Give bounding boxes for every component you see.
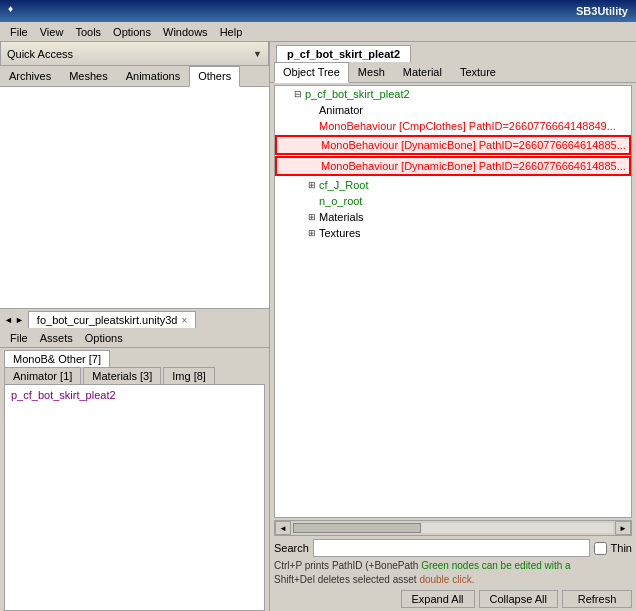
right-header-tab-item[interactable]: p_cf_bot_skirt_pleat2 [276,45,411,62]
right-header-tab: p_cf_bot_skirt_pleat2 [270,42,636,62]
hint-line2: Shift+Del deletes selected asset [274,574,417,585]
collapse-all-button[interactable]: Collapse All [479,590,558,608]
obj-tab-mesh[interactable]: Mesh [349,62,394,82]
tree-label-cmpclothes: MonoBehaviour [CmpClothes] PathID=266077… [319,120,616,132]
thin-checkbox[interactable] [594,542,607,555]
tree-label-db1: MonoBehaviour [DynamicBone] PathID=26607… [321,139,626,151]
scroll-track[interactable] [293,523,613,533]
file-tab-arrows: ◄ ► [4,315,24,325]
tab-meshes[interactable]: Meshes [60,66,117,86]
file-tab[interactable]: fo_bot_cur_pleatskirt.unity3d × [28,311,197,328]
tree-label-materials: Materials [319,211,364,223]
tree-area[interactable]: ⊟ p_cf_bot_skirt_pleat2 Animator MonoBeh… [274,85,632,518]
next-tab-icon[interactable]: ► [15,315,24,325]
object-tree-tabs: Object Tree Mesh Material Texture [270,62,636,83]
search-label: Search [274,542,309,554]
expand-all-button[interactable]: Expand All [401,590,475,608]
menu-bar: File View Tools Options Windows Help [0,22,636,42]
app-title: SB3Utility [576,5,628,17]
tab-archives[interactable]: Archives [0,66,60,86]
search-row: Search Thin [274,539,632,557]
quick-access-dropdown-icon[interactable]: ▼ [253,49,262,59]
file-tab-bar: ◄ ► fo_bot_cur_pleatskirt.unity3d × [0,308,269,328]
menu-windows[interactable]: Windows [157,24,214,40]
file-tab-label: fo_bot_cur_pleatskirt.unity3d [37,314,178,326]
prev-tab-icon[interactable]: ◄ [4,315,13,325]
sub-tab-img[interactable]: Img [8] [163,367,215,384]
tree-node-root[interactable]: ⊟ p_cf_bot_skirt_pleat2 [275,86,631,102]
scroll-left-btn[interactable]: ◄ [275,521,291,535]
sub-content-item[interactable]: p_cf_bot_skirt_pleat2 [7,387,262,403]
sub-tab-materials[interactable]: Materials [3] [83,367,161,384]
sub-tab-animator[interactable]: Animator [1] [4,367,81,384]
menu-file[interactable]: File [4,24,34,40]
tree-label-textures: Textures [319,227,361,239]
obj-tab-material[interactable]: Material [394,62,451,82]
sub-tabs: MonoB& Other [7] [0,348,269,367]
scroll-thumb[interactable] [293,523,421,533]
tab-animations[interactable]: Animations [117,66,189,86]
right-panel: p_cf_bot_skirt_pleat2 Object Tree Mesh M… [270,42,636,611]
quick-access-header[interactable]: Quick Access ▼ [0,42,269,66]
obj-tab-texture[interactable]: Texture [451,62,505,82]
sub-tab-monob[interactable]: MonoB& Other [7] [4,350,110,367]
left-tabs: Archives Meshes Animations Others [0,66,269,87]
close-file-tab-icon[interactable]: × [182,315,188,326]
file-menu-bar: File Assets Options [0,328,269,348]
hint-line1: Ctrl+P prints PathID (+BonePath [274,560,418,571]
tree-node-noroot[interactable]: n_o_root [275,193,631,209]
tree-node-dynamicbone1[interactable]: MonoBehaviour [DynamicBone] PathID=26607… [275,135,631,155]
file-menu-file[interactable]: File [4,331,34,345]
title-bar: ♦ SB3Utility [0,0,636,22]
bottom-area: Search Thin Ctrl+P prints PathID (+BoneP… [270,536,636,611]
buttons-row: Expand All Collapse All Refresh [274,590,632,608]
tree-expand-cfjroot[interactable]: ⊞ [305,180,319,190]
app-icon: ♦ [8,3,24,19]
tree-node-animator[interactable]: Animator [275,102,631,118]
tree-node-textures[interactable]: ⊞ Textures [275,225,631,241]
sub-tabs-row2: Animator [1] Materials [3] Img [8] [4,367,265,384]
menu-view[interactable]: View [34,24,70,40]
tree-node-cmpclothes[interactable]: MonoBehaviour [CmpClothes] PathID=266077… [275,118,631,134]
obj-tab-tree[interactable]: Object Tree [274,62,349,83]
tree-label-db2: MonoBehaviour [DynamicBone] PathID=26607… [321,160,626,172]
thin-label: Thin [611,542,632,554]
tab-others[interactable]: Others [189,66,240,87]
search-input[interactable] [313,539,590,557]
tree-label-cfjroot: cf_J_Root [319,179,369,191]
left-content [0,87,269,308]
tree-expand-textures[interactable]: ⊞ [305,228,319,238]
refresh-button[interactable]: Refresh [562,590,632,608]
hint-brown: double click. [419,574,474,585]
left-panel: Quick Access ▼ Archives Meshes Animation… [0,42,270,611]
hint-text: Ctrl+P prints PathID (+BonePath Green no… [274,559,632,587]
tree-node-cfjroot[interactable]: ⊞ cf_J_Root [275,177,631,193]
tree-label-noroot: n_o_root [319,195,362,207]
sub-content-area: p_cf_bot_skirt_pleat2 [4,384,265,611]
tree-expand-materials[interactable]: ⊞ [305,212,319,222]
menu-options[interactable]: Options [107,24,157,40]
menu-help[interactable]: Help [214,24,249,40]
tree-node-materials[interactable]: ⊞ Materials [275,209,631,225]
hint-green: Green nodes can be edited with a [421,560,571,571]
tree-label-animator: Animator [319,104,363,116]
tree-node-dynamicbone2[interactable]: MonoBehaviour [DynamicBone] PathID=26607… [275,156,631,176]
scroll-right-btn[interactable]: ► [615,521,631,535]
file-menu-options[interactable]: Options [79,331,129,345]
menu-tools[interactable]: Tools [69,24,107,40]
tree-label-root: p_cf_bot_skirt_pleat2 [305,88,410,100]
horizontal-scrollbar[interactable]: ◄ ► [274,520,632,536]
file-menu-assets[interactable]: Assets [34,331,79,345]
quick-access-label: Quick Access [7,48,253,60]
tree-expand-icon[interactable]: ⊟ [291,89,305,99]
main-layout: Quick Access ▼ Archives Meshes Animation… [0,42,636,611]
